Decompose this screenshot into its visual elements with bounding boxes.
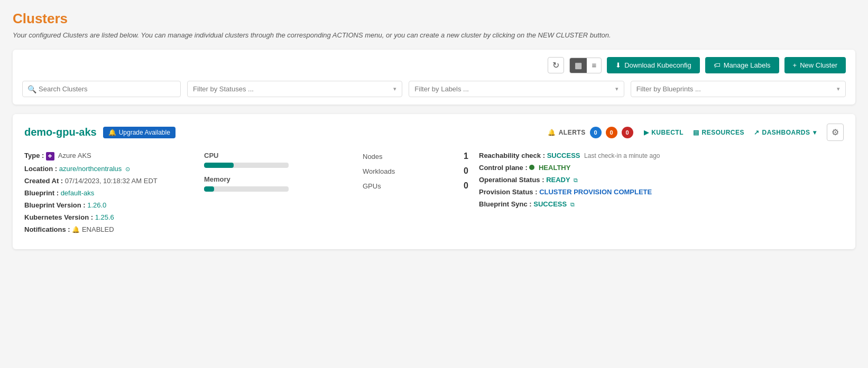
alerts-label: 🔔 ALERTS bbox=[548, 129, 586, 136]
page-title: Clusters bbox=[13, 11, 855, 27]
toolbar-filters: 🔍 Filter by Statuses ... ▾ Filter by Lab… bbox=[22, 81, 846, 97]
location-value: azure/northcentralus bbox=[59, 165, 122, 173]
search-input-wrap: 🔍 bbox=[22, 81, 181, 97]
alert-bell-icon: 🔔 bbox=[548, 129, 556, 136]
refresh-icon: ↻ bbox=[552, 60, 559, 70]
created-at-row: Created At : 07/14/2023, 10:18:32 AM EDT bbox=[24, 177, 193, 185]
blueprint-sync-value: SUCCESS bbox=[533, 200, 567, 208]
page-subtitle: Your configured Clusters are listed belo… bbox=[13, 31, 855, 39]
memory-progress-bg bbox=[204, 186, 289, 192]
type-row: Type : ❖ Azure AKS bbox=[24, 152, 193, 161]
resources-icon: ▤ bbox=[693, 129, 699, 136]
download-kubeconfig-button[interactable]: ⬇ Download Kubeconfig bbox=[607, 57, 699, 73]
provision-value: CLUSTER PROVISION COMPLETE bbox=[539, 188, 652, 196]
settings-button[interactable]: ⚙ bbox=[827, 124, 844, 141]
resources-link[interactable]: ▤ RESOURCES bbox=[693, 129, 744, 136]
upgrade-badge[interactable]: 🔔 Upgrade Available bbox=[103, 127, 176, 138]
reachability-value: SUCCESS bbox=[547, 152, 580, 159]
cluster-body: Type : ❖ Azure AKS Location : azure/nort… bbox=[24, 152, 844, 238]
filter-statuses-dropdown[interactable]: Filter by Statuses ... ▾ bbox=[187, 81, 402, 97]
provision-row: Provision Status : CLUSTER PROVISION COM… bbox=[479, 188, 844, 196]
memory-row: Memory bbox=[204, 175, 352, 192]
control-plane-value: HEALTHY bbox=[539, 164, 570, 172]
cpu-row: CPU bbox=[204, 152, 352, 168]
alert-badge-red: 0 bbox=[622, 127, 633, 138]
cpu-progress-bg bbox=[204, 163, 289, 168]
action-links: ▶ KUBECTL ▤ RESOURCES ↗ DASHBOARDS ▾ bbox=[644, 129, 816, 136]
cluster-stats: Nodes 1 Workloads 0 GPUs 0 bbox=[363, 152, 468, 238]
download-icon: ⬇ bbox=[615, 61, 621, 69]
list-icon: ≡ bbox=[592, 61, 596, 70]
notifications-bell-icon: 🔔 bbox=[72, 226, 80, 233]
copy-icon[interactable]: ⊙ bbox=[125, 166, 130, 172]
cluster-status: Reachability check : SUCCESS Last check-… bbox=[479, 152, 844, 238]
control-plane-row: Control plane : HEALTHY bbox=[479, 164, 844, 172]
alert-badge-orange: 0 bbox=[606, 127, 617, 138]
cpu-progress-fill bbox=[204, 163, 234, 168]
resource-bars: CPU Memory bbox=[204, 152, 352, 238]
grid-icon: ▦ bbox=[575, 61, 582, 70]
kubectl-link[interactable]: ▶ KUBECTL bbox=[644, 129, 684, 136]
reachability-time: Last check-in a minute ago bbox=[584, 152, 660, 159]
dropdown-arrow-icon: ▾ bbox=[813, 129, 817, 136]
gear-icon: ⚙ bbox=[832, 128, 839, 137]
plus-icon: + bbox=[793, 61, 797, 69]
grid-view-button[interactable]: ▦ bbox=[570, 58, 587, 73]
terminal-icon: ▶ bbox=[644, 129, 649, 136]
chevron-down-icon: ▾ bbox=[615, 86, 618, 92]
search-icon: 🔍 bbox=[27, 85, 36, 93]
control-plane-dot bbox=[529, 165, 534, 170]
blueprint-version-row: Blueprint Version : 1.26.0 bbox=[24, 201, 193, 209]
alerts-section: 🔔 ALERTS 0 0 0 bbox=[548, 127, 633, 138]
filter-blueprints-dropdown[interactable]: Filter by Blueprints ... ▾ bbox=[631, 81, 846, 97]
manage-labels-button[interactable]: 🏷 Manage Labels bbox=[705, 57, 779, 73]
dashboards-link[interactable]: ↗ DASHBOARDS ▾ bbox=[754, 129, 816, 136]
operational-row: Operational Status : READY ⧉ bbox=[479, 176, 844, 184]
operational-value: READY bbox=[546, 176, 570, 184]
reachability-row: Reachability check : SUCCESS Last check-… bbox=[479, 152, 844, 159]
blueprint-version-value: 1.26.0 bbox=[87, 201, 106, 209]
chevron-down-icon: ▾ bbox=[393, 86, 396, 92]
workloads-stat: Workloads 0 bbox=[363, 166, 468, 176]
chart-icon: ↗ bbox=[754, 129, 760, 136]
bell-icon: 🔔 bbox=[108, 129, 116, 136]
search-clusters-input[interactable] bbox=[22, 81, 181, 97]
cluster-card: demo-gpu-aks 🔔 Upgrade Available 🔔 ALERT… bbox=[13, 114, 855, 249]
blueprint-sync-row: Blueprint Sync : SUCCESS ⧉ bbox=[479, 200, 844, 208]
cluster-header-left: demo-gpu-aks 🔔 Upgrade Available bbox=[24, 126, 176, 138]
notifications-row: Notifications : 🔔 ENABLED bbox=[24, 225, 193, 233]
location-row: Location : azure/northcentralus ⊙ bbox=[24, 165, 193, 173]
toolbar-top: ↻ ▦ ≡ ⬇ Download Kubeconfig 🏷 Manage Lab… bbox=[22, 57, 846, 73]
toolbar-card: ↻ ▦ ≡ ⬇ Download Kubeconfig 🏷 Manage Lab… bbox=[13, 50, 855, 105]
cluster-meta: Type : ❖ Azure AKS Location : azure/nort… bbox=[24, 152, 193, 238]
filter-labels-dropdown[interactable]: Filter by Labels ... ▾ bbox=[409, 81, 624, 97]
nodes-stat: Nodes 1 bbox=[363, 152, 468, 161]
blueprint-value[interactable]: default-aks bbox=[61, 189, 95, 197]
refresh-button[interactable]: ↻ bbox=[548, 57, 564, 73]
kubernetes-version-row: Kubernetes Version : 1.25.6 bbox=[24, 213, 193, 221]
azure-aks-icon: ❖ bbox=[46, 152, 54, 161]
cluster-name: demo-gpu-aks bbox=[24, 126, 97, 138]
blueprint-sync-external-link-icon[interactable]: ⧉ bbox=[570, 201, 575, 207]
external-link-icon[interactable]: ⧉ bbox=[574, 177, 578, 183]
chevron-down-icon: ▾ bbox=[837, 86, 840, 92]
gpus-stat: GPUs 0 bbox=[363, 181, 468, 191]
cluster-header: demo-gpu-aks 🔔 Upgrade Available 🔔 ALERT… bbox=[24, 124, 844, 141]
new-cluster-button[interactable]: + New Cluster bbox=[784, 57, 846, 73]
view-toggle: ▦ ≡ bbox=[569, 58, 602, 73]
blueprint-row: Blueprint : default-aks bbox=[24, 189, 193, 197]
label-icon: 🏷 bbox=[714, 61, 721, 69]
kubernetes-version-value: 1.25.6 bbox=[95, 213, 114, 221]
cluster-header-actions: 🔔 ALERTS 0 0 0 ▶ KUBECTL ▤ RESOURCES bbox=[548, 124, 844, 141]
list-view-button[interactable]: ≡ bbox=[587, 58, 601, 73]
memory-progress-fill bbox=[204, 186, 214, 192]
alert-badge-blue: 0 bbox=[590, 127, 602, 138]
